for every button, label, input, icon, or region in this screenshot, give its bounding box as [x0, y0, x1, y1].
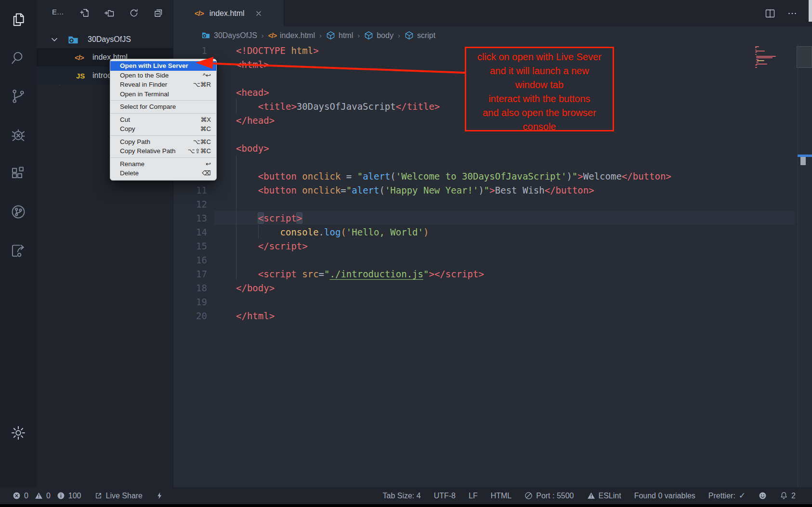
code-line-10[interactable]: 10 <button onclick = "alert('Welcome to … [173, 169, 812, 183]
window-edge-strip [809, 0, 812, 22]
circle-branch-icon [10, 204, 26, 220]
code-text: </head> [207, 115, 275, 126]
status-item-live-share[interactable]: Live Share [94, 492, 143, 500]
live-share-activity-icon [10, 242, 26, 259]
close-icon[interactable] [253, 8, 264, 19]
code-line-12[interactable]: 12 [173, 197, 812, 211]
context-menu-item-copy-path[interactable]: Copy Path⌥⌘C [110, 137, 216, 147]
tab-label: index.html [210, 9, 245, 18]
collapse-all-button[interactable] [153, 7, 164, 19]
breadcrumb-item-script[interactable]: script [405, 31, 435, 40]
code-line-11[interactable]: 11 <button onclick="alert('Happy New Yea… [173, 183, 812, 197]
code-text: <button onclick="alert('Happy New Year!'… [207, 185, 594, 195]
status-item-port-5500[interactable]: Port : 5500 [524, 492, 574, 500]
status-item-lf[interactable]: LF [469, 492, 478, 500]
code-line-8[interactable]: 8<body> [173, 141, 812, 155]
status-item-prettier[interactable]: Prettier:✓ [708, 491, 746, 501]
activity-item-search[interactable] [8, 47, 29, 68]
code-line-14[interactable]: 14 console.log('Hello, World') [173, 225, 812, 239]
menu-item-shortcut: ⌫ [202, 169, 211, 177]
folder-icon [67, 34, 79, 45]
activity-item-run-debug[interactable] [8, 124, 29, 145]
new-folder-button[interactable] [104, 7, 115, 19]
refresh-button[interactable] [128, 7, 140, 19]
status-item-tab-size-4[interactable]: Tab Size: 4 [383, 492, 421, 500]
code-line-15[interactable]: 15 </script> [173, 239, 812, 253]
info-circle-icon [57, 492, 65, 500]
context-menu-item-copy[interactable]: Copy⌘C [110, 124, 216, 134]
context-menu: Open with Live ServerOpen to the Side^↩R… [110, 59, 217, 181]
status-item-0[interactable]: 0 [35, 492, 51, 500]
code-text: <button onclick = "alert('Welcome to 30D… [207, 171, 671, 182]
bolt-icon [156, 492, 164, 500]
minimap-slider[interactable] [797, 46, 812, 68]
activity-item-settings[interactable] [8, 422, 29, 443]
status-item-0[interactable]: 0 [13, 492, 28, 500]
context-menu-item-open-with-live-server[interactable]: Open with Live Server [110, 61, 216, 71]
activity-item-gitlens[interactable] [8, 201, 29, 222]
breadcrumb-item-30daysofjs[interactable]: 30DaysOfJS [201, 31, 257, 40]
breadcrumb-item-index-html[interactable]: </>index.html [268, 31, 315, 40]
status-item-smiley-icon[interactable] [759, 492, 767, 500]
status-item-label: UTF-8 [434, 492, 456, 500]
activity-item-extensions[interactable] [8, 163, 29, 184]
menu-item-label: Copy [120, 125, 200, 132]
gear-icon [10, 425, 26, 441]
menu-item-label: Rename [120, 160, 206, 168]
code-line-17[interactable]: 17 <script src="./introduction.js"></scr… [173, 267, 812, 281]
context-menu-item-rename[interactable]: Rename↩ [110, 159, 216, 169]
status-item-2[interactable]: 2 [780, 492, 796, 500]
annotation-box: click on open with Live Severand it will… [465, 47, 614, 131]
status-item-label: Port : 5500 [536, 492, 574, 500]
scrollbar-thumb[interactable] [800, 157, 806, 165]
status-item-eslint[interactable]: ESLint [587, 492, 621, 500]
code-line-13[interactable]: 13 <script> [173, 211, 812, 225]
code-line-16[interactable]: 16 [173, 253, 812, 267]
menu-separator [111, 157, 216, 158]
status-item-label: Tab Size: 4 [383, 492, 421, 500]
context-menu-item-reveal-in-finder[interactable]: Reveal in Finder⌥⌘R [110, 80, 216, 90]
code-line-9[interactable]: 9 [173, 155, 812, 169]
code-line-18[interactable]: 18</body> [173, 281, 812, 295]
annotation-text-line: interact with the buttons [466, 92, 613, 106]
minimap[interactable] [755, 46, 790, 68]
symbol-cube-icon [326, 31, 335, 40]
status-item-found-0-variables[interactable]: Found 0 variables [634, 492, 695, 500]
code-line-19[interactable]: 19 [173, 295, 812, 309]
split-editor-icon[interactable] [764, 7, 776, 20]
status-item-html[interactable]: HTML [491, 492, 512, 500]
context-menu-item-delete[interactable]: Delete⌫ [110, 169, 216, 178]
status-item-bolt-icon[interactable] [156, 492, 164, 500]
html-file-icon: </> [195, 9, 204, 17]
context-menu-item-cut[interactable]: Cut⌘X [110, 115, 216, 125]
context-menu-item-open-in-terminal[interactable]: Open in Terminal [110, 90, 216, 99]
tree-item-root-folder[interactable]: 30DaysOfJS [37, 31, 173, 48]
context-menu-item-open-to-the-side[interactable]: Open to the Side^↩ [110, 71, 216, 80]
line-number: 14 [173, 227, 207, 237]
status-item-100[interactable]: 100 [57, 492, 81, 500]
activity-item-source-control[interactable] [8, 86, 29, 107]
menu-item-shortcut: ⌘C [200, 125, 211, 132]
more-actions-icon[interactable] [786, 7, 799, 20]
smiley-icon [759, 492, 767, 500]
new-file-button[interactable] [79, 7, 91, 19]
menu-item-label: Open with Live Server [120, 62, 211, 69]
tab-bar: </> index.html [173, 0, 812, 26]
breadcrumb-item-html[interactable]: html [326, 31, 353, 40]
breadcrumb-separator: › [262, 31, 264, 39]
menu-item-shortcut: ^↩ [203, 72, 211, 79]
activity-item-live-share[interactable] [8, 240, 29, 261]
status-item-utf-8[interactable]: UTF-8 [434, 492, 456, 500]
breadcrumb-item-body[interactable]: body [364, 31, 393, 40]
code-text: console.log('Hello, World') [207, 227, 429, 237]
minimap-line [756, 62, 759, 63]
code-line-20[interactable]: 20</html> [173, 309, 812, 323]
menu-item-label: Open to the Side [120, 72, 203, 79]
debug-icon [10, 127, 26, 143]
line-number: 16 [173, 255, 207, 265]
context-menu-item-select-for-compare[interactable]: Select for Compare [110, 102, 216, 112]
context-menu-item-copy-relative-path[interactable]: Copy Relative Path⌥⇧⌘C [110, 146, 216, 156]
activity-item-explorer[interactable] [8, 9, 29, 30]
menu-item-label: Open in Terminal [120, 91, 211, 98]
tab-index-html[interactable]: </> index.html [173, 0, 284, 26]
